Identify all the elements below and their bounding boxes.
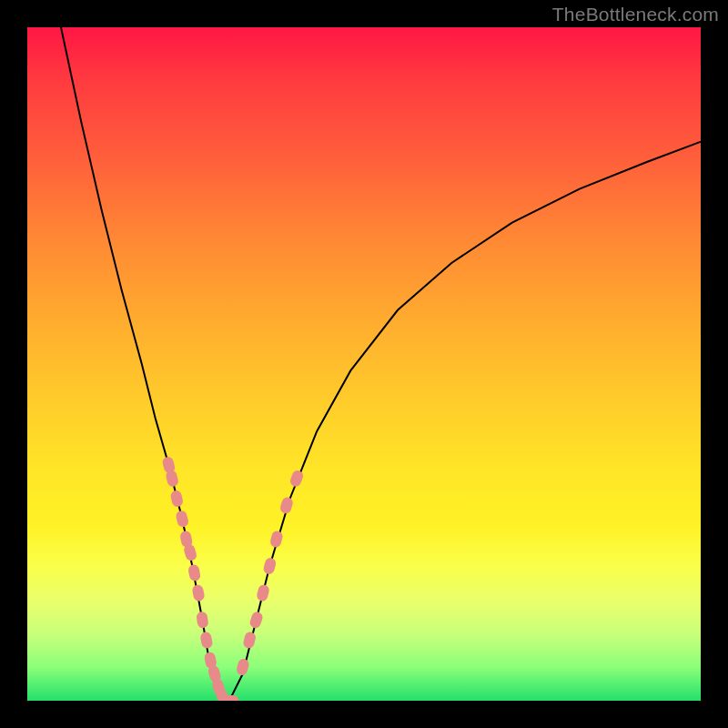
marker-dot	[236, 658, 250, 676]
marker-dot	[256, 583, 270, 602]
chart-frame: TheBottleneck.com	[0, 0, 728, 728]
marker-dot	[169, 490, 184, 508]
marker-dot	[262, 557, 277, 575]
marker-dot	[279, 496, 295, 515]
marker-dot	[288, 469, 305, 488]
curve-bottleneck-curve	[61, 27, 701, 701]
marker-dot	[199, 631, 213, 649]
marker-dot	[196, 611, 209, 629]
marker-dot	[248, 611, 264, 630]
plot-area	[27, 27, 701, 701]
chart-svg	[27, 27, 701, 701]
watermark-text: TheBottleneck.com	[552, 4, 719, 25]
marker-dot	[191, 584, 205, 602]
marker-dot	[269, 530, 284, 548]
marker-dot	[242, 631, 257, 649]
marker-dot	[175, 510, 189, 528]
marker-dot	[187, 563, 201, 581]
